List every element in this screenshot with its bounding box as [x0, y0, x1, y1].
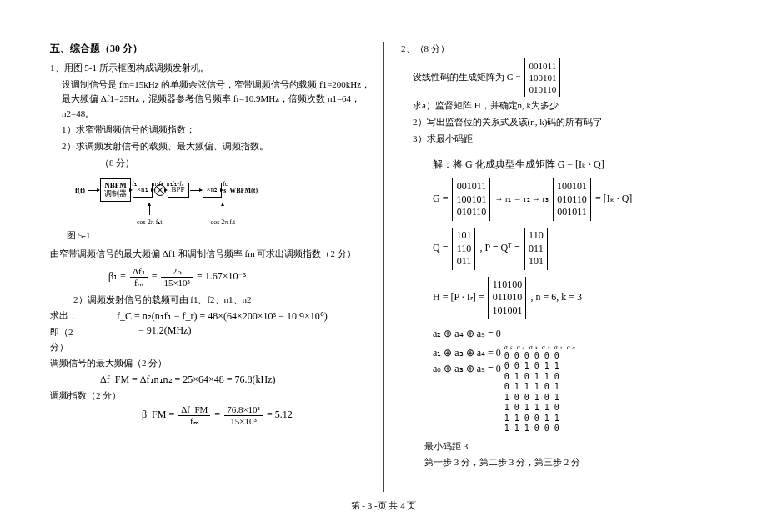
g-transform: G = 001011 100101 010110 → r₁ → r₂ → r₃ … — [433, 178, 717, 221]
rel2: a₁ ⊕ a₃ ⊕ a₄ = 0 — [433, 347, 501, 359]
arrow-icon — [88, 190, 99, 191]
min-dist: 最小码距 3 — [401, 439, 717, 454]
rel1: a₂ ⊕ a₄ ⊕ a₅ = 0 — [433, 328, 717, 340]
q2-b2: 2）写出监督位的关系式及该(n, k)码的所有码字 — [401, 115, 717, 130]
table-header: a₅ a₄ a₃ a₂ a₁ a₀ — [504, 344, 576, 351]
q2-b1: 求a）监督矩阵 H，并确定n, k为多少 — [401, 98, 717, 113]
diagram-input: f(t) — [75, 186, 85, 194]
q-p-matrices: Q = 101 110 011 , P = Qᵀ = 110 011 101 — [433, 228, 717, 270]
h-matrix-eq: H = [P · Iᵣ] = 110100 011010 101001 , n … — [433, 277, 717, 319]
arrow-up-icon — [149, 203, 150, 215]
left-column: 五、综合题（30 分） 1、用图 5-1 所示框图构成调频发射机。 设调制信号是… — [50, 42, 384, 492]
q1-desc: 设调制信号是 fm=15kHz 的单频余弦信号，窄带调频信号的载频 f1=200… — [50, 78, 375, 122]
osc1-label: cos 2π f₁t — [137, 218, 163, 226]
eq2-line2: = 91.2(MHz) — [138, 324, 328, 337]
q1-title: 1、用图 5-1 所示框图构成调频发射机。 — [50, 61, 375, 76]
right-column: 2、（8 分） 设线性码的生成矩阵为 G = 001011 100101 010… — [384, 42, 717, 492]
q1-points: （8 分） — [50, 156, 375, 171]
grading: 第一步 3 分，第二步 3 分，第三步 2 分 — [401, 455, 717, 470]
rel3: a₀ ⊕ a₃ ⊕ a₅ = 0 — [433, 363, 501, 375]
q2-desc: 设线性码的生成矩阵为 G = 001011 100101 010110 — [401, 58, 717, 98]
table-row: 010110 — [504, 372, 576, 383]
arrow-up-icon — [223, 203, 223, 215]
eq4: β_FM = Δf_FMfₘ = 76.8×10³15×10³ = 5.12 — [142, 405, 375, 426]
mult-n2-box: ×n₂ — [203, 183, 223, 198]
table-row: 001011 — [504, 361, 576, 372]
sol2-label2: 即（2 分） — [50, 325, 92, 354]
figure-label: 图 5-1 — [67, 229, 375, 242]
section-heading: 五、综合题（30 分） — [50, 42, 375, 56]
eq1: β₁ = Δf₁fₘ = 2515×10³ = 1.67×10⁻³ — [108, 267, 375, 288]
q2-b3: 3）求最小码距 — [401, 132, 717, 147]
q2-title: 2、（8 分） — [401, 42, 717, 57]
table-row: 100101 — [504, 393, 576, 404]
block-diagram: f(t) NBFM 调制器 f₁β₁ ×n₁ n₁f₁ n₁f₁-fᵣ — [75, 178, 375, 226]
eq2-line1: f_C = n₂(n₁f₁ − f_r) = 48×(64×200×10³ − … — [117, 310, 328, 323]
nbfm-box-l2: 调制器 — [104, 190, 127, 198]
table-row: 011101 — [504, 382, 576, 393]
sol4-text: 调频指数（2 分） — [50, 389, 375, 404]
table-row: 110011 — [504, 414, 576, 424]
table-row: 101110 — [504, 403, 576, 414]
diagram-output: s_WBFM(t) — [223, 187, 258, 194]
sol2-text: 2）调频发射信号的载频可由 f1、f2、n1、n2 — [50, 293, 375, 308]
table-row: 000000 — [504, 351, 576, 362]
arrow-icon — [190, 190, 202, 191]
sol2-label1: 求出， — [50, 309, 92, 324]
page-footer: 第 - 3 -页 共 4 页 — [0, 499, 767, 512]
codeword-table: 000000 001011 010110 011101 100101 10111… — [504, 351, 576, 434]
sol2-intro: 解：将 G 化成典型生成矩阵 G = [Iₖ · Q] — [433, 158, 717, 172]
osc2-label: cos 2π fᵣt — [211, 218, 236, 226]
nbfm-box: NBFM 调制器 — [100, 178, 131, 202]
g-matrix: 001011 100101 010110 — [524, 58, 560, 98]
table-row: 111000 — [504, 424, 576, 434]
q1-bullet-1: 1）求窄带调频信号的调频指数； — [50, 123, 375, 138]
eq3: Δf_FM = Δf₁n₁n₂ = 25×64×48 = 76.8(kHz) — [100, 374, 375, 386]
sol1-text: 由窄带调频信号的最大频偏 Δf1 和调制信号频率 fm 可求出调频指数（2 分） — [50, 247, 375, 262]
sol3-text: 调频信号的最大频偏（2 分） — [50, 356, 375, 371]
q1-bullet-2: 2）求调频发射信号的载频、最大频偏、调频指数。 — [50, 139, 375, 154]
